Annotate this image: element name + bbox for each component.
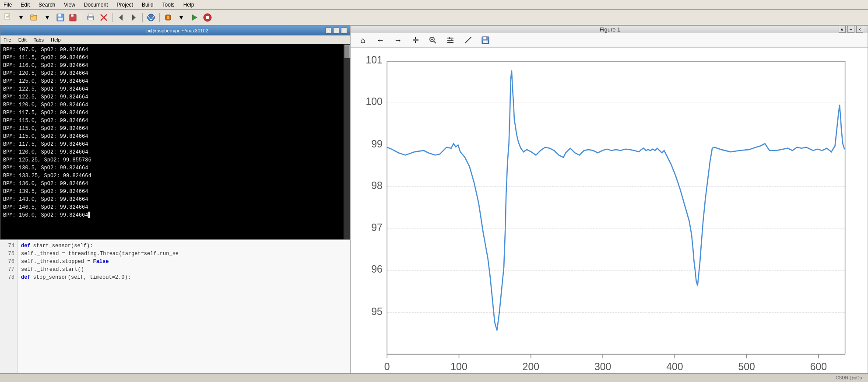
new-button[interactable] [2, 11, 14, 24]
home-tool-btn[interactable]: ⌂ [356, 33, 370, 47]
forward-tool-btn[interactable]: → [391, 33, 405, 47]
svg-text:200: 200 [523, 361, 539, 372]
code-body: 7475767778 def start_sensor(self): self.… [0, 240, 350, 373]
figure-toolbar: ⌂ ← → ✛ [351, 33, 868, 48]
menu-document[interactable]: Document [82, 1, 110, 9]
svg-text:100: 100 [450, 361, 467, 372]
terminal-body[interactable]: BPM: 107.0, SpO2: 99.824664BPM: 111.5, S… [0, 44, 350, 239]
svg-text:101: 101 [365, 54, 382, 66]
svg-point-34 [449, 37, 450, 39]
svg-point-36 [448, 42, 450, 43]
open-dropdown-button[interactable]: ▾ [41, 11, 53, 24]
figure-titlebar: Figure 1 ∨ − × [351, 26, 868, 33]
ide-toolbar: ▾ ▾ ▾ [0, 10, 868, 25]
svg-rect-7 [58, 18, 63, 21]
save-button[interactable] [54, 11, 67, 24]
print-button[interactable] [84, 11, 97, 24]
svg-rect-39 [483, 37, 486, 39]
svg-text:97: 97 [371, 222, 383, 233]
svg-line-37 [465, 37, 471, 43]
line-numbers: 7475767778 [0, 240, 18, 373]
svg-point-35 [451, 39, 453, 41]
zoom-tool-btn[interactable] [426, 33, 440, 47]
svg-rect-42 [387, 61, 845, 354]
back-tool-btn[interactable]: ← [373, 33, 387, 47]
figure-window-buttons: ∨ − × [839, 26, 863, 33]
terminal-menubar: File Edit Tabs Help [0, 35, 350, 44]
menu-help[interactable]: Help [182, 1, 196, 9]
svg-text:500: 500 [738, 361, 755, 372]
menu-file[interactable]: File [2, 1, 14, 9]
forward-nav-button[interactable] [128, 11, 140, 24]
svg-text:96: 96 [371, 263, 383, 275]
debug-button[interactable] [145, 11, 157, 24]
svg-text:100: 100 [365, 96, 382, 107]
main-area: pi@raspberrypi: ~/max30102 ∨ △ × File Ed… [0, 25, 868, 373]
svg-rect-11 [88, 14, 93, 16]
build-dropdown-button[interactable]: ▾ [175, 11, 187, 24]
back-nav-button[interactable] [115, 11, 127, 24]
term-menu-edit[interactable]: Edit [17, 37, 28, 43]
menu-edit[interactable]: Edit [19, 1, 32, 9]
build-button[interactable] [162, 11, 174, 24]
terminal-maximize-btn[interactable]: △ [333, 28, 339, 34]
save-fig-btn[interactable] [478, 33, 492, 47]
figure-restore-btn[interactable]: − [847, 26, 854, 33]
terminal-minimize-btn[interactable]: ∨ [325, 28, 331, 34]
svg-text:400: 400 [666, 361, 683, 372]
terminal-scrollbar-thumb[interactable] [344, 45, 350, 58]
menu-view[interactable]: View [62, 1, 77, 9]
svg-text:98: 98 [371, 180, 383, 191]
svg-rect-41 [485, 41, 486, 43]
svg-text:0: 0 [384, 361, 390, 372]
svg-point-21 [152, 16, 153, 17]
figure-window: Figure 1 ∨ − × ⌂ ← → ✛ [350, 25, 868, 373]
svg-rect-12 [88, 18, 93, 20]
figure-close-btn[interactable]: × [856, 26, 863, 33]
new-dropdown-button[interactable]: ▾ [15, 11, 27, 24]
toolbar-sep-2 [112, 13, 112, 22]
terminal-window-buttons: ∨ △ × [325, 28, 347, 34]
edit-axis-tool-btn[interactable] [461, 33, 475, 47]
figure-minimize-btn[interactable]: ∨ [839, 26, 846, 33]
save-all-button[interactable] [67, 11, 80, 24]
configure-tool-btn[interactable] [443, 33, 457, 47]
ide-menubar: File Edit Search View Document Project B… [0, 0, 868, 10]
pan-tool-btn[interactable]: ✛ [408, 33, 422, 47]
stop-button[interactable] [201, 11, 214, 24]
terminal-scrollbar[interactable] [344, 44, 350, 239]
toolbar-sep-1 [82, 13, 82, 22]
svg-rect-9 [71, 14, 74, 17]
menu-search[interactable]: Search [37, 1, 57, 9]
close-button[interactable] [98, 11, 110, 24]
terminal-output: BPM: 107.0, SpO2: 99.824664BPM: 111.5, S… [3, 46, 347, 219]
chart-area: 101 100 99 98 97 96 95 0 100 200 300 400… [351, 48, 868, 373]
chart-svg: 101 100 99 98 97 96 95 0 100 200 300 400… [355, 52, 859, 373]
terminal-titlebar: pi@raspberrypi: ~/max30102 ∨ △ × [0, 26, 350, 35]
term-menu-file[interactable]: File [2, 37, 13, 43]
term-menu-tabs[interactable]: Tabs [32, 37, 45, 43]
code-editor: 7475767778 def start_sensor(self): self.… [0, 240, 350, 373]
term-menu-help[interactable]: Help [49, 37, 62, 43]
svg-point-20 [149, 16, 150, 17]
svg-point-17 [148, 14, 155, 21]
toolbar-sep-3 [142, 13, 143, 22]
run-button[interactable] [188, 11, 200, 24]
figure-title: Figure 1 [600, 26, 621, 33]
terminal-title: pi@raspberrypi: ~/max30102 [29, 28, 325, 33]
terminal-window: pi@raspberrypi: ~/max30102 ∨ △ × File Ed… [0, 25, 350, 240]
open-button[interactable] [28, 11, 40, 24]
terminal-close-btn[interactable]: × [341, 28, 347, 34]
svg-marker-16 [132, 14, 136, 21]
svg-rect-4 [31, 15, 34, 16]
svg-marker-15 [119, 14, 123, 21]
menu-tools[interactable]: Tools [161, 1, 176, 9]
svg-text:600: 600 [810, 361, 827, 372]
code-content[interactable]: def start_sensor(self): self._thread = t… [18, 240, 350, 373]
svg-rect-23 [167, 16, 169, 19]
menu-project[interactable]: Project [115, 1, 135, 9]
svg-rect-6 [58, 14, 61, 17]
menu-build[interactable]: Build [140, 1, 155, 9]
left-panel: pi@raspberrypi: ~/max30102 ∨ △ × File Ed… [0, 25, 350, 373]
svg-text:300: 300 [594, 361, 611, 372]
